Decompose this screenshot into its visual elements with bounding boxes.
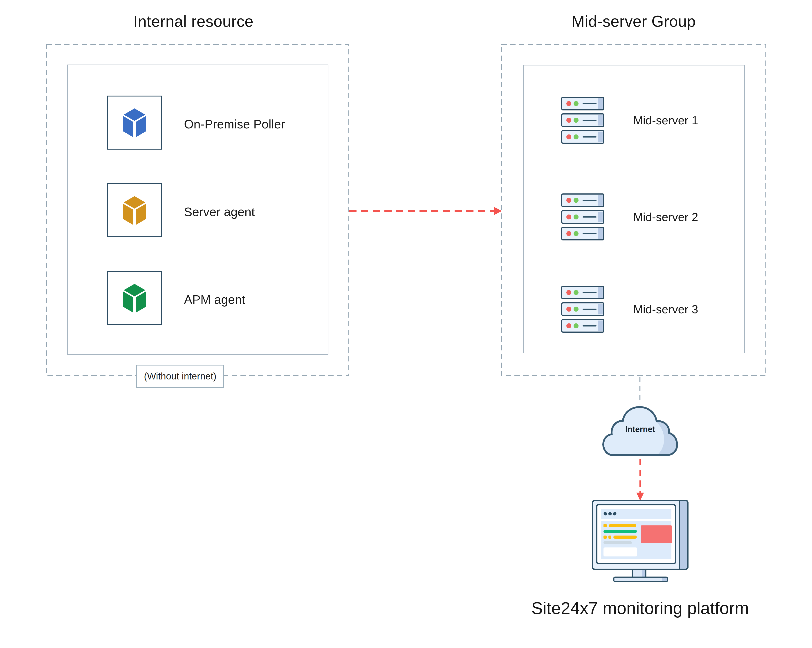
monitor-icon	[592, 500, 688, 582]
without-internet-badge: (Without internet)	[136, 365, 224, 388]
on-premise-poller-icon-box	[107, 96, 162, 149]
server-stack-icon	[561, 97, 604, 144]
group-to-cloud-connector	[635, 377, 644, 404]
mid-server-3-label: Mid-server 3	[633, 300, 698, 318]
cube-icon	[121, 105, 149, 140]
right-group-title: Mid-server Group	[521, 12, 746, 30]
left-group-title: Internal resource	[81, 12, 306, 30]
server-stack-icon	[561, 194, 604, 241]
server-agent-label: Server agent	[184, 203, 255, 221]
internet-label: Internet	[600, 425, 680, 434]
left-to-right-arrow	[349, 204, 505, 218]
apm-agent-label: APM agent	[184, 291, 245, 309]
platform-caption: Site24x7 monitoring platform	[505, 598, 775, 618]
without-internet-label: (Without internet)	[144, 371, 217, 382]
arrowhead-down-icon	[636, 492, 644, 501]
server-stack-icon	[561, 286, 604, 332]
mid-server-1-label: Mid-server 1	[633, 111, 698, 129]
diagram-canvas: Internal resource On-Premise Poller Serv…	[0, 0, 812, 648]
apm-agent-icon-box	[107, 271, 162, 325]
cube-icon	[121, 281, 149, 315]
server-agent-icon-box	[107, 183, 162, 237]
on-premise-poller-label: On-Premise Poller	[184, 115, 285, 133]
cube-icon	[121, 193, 149, 227]
arrowhead-right-icon	[494, 207, 502, 215]
mid-server-2-label: Mid-server 2	[633, 208, 698, 226]
cloud-to-platform-arrow	[633, 459, 647, 502]
